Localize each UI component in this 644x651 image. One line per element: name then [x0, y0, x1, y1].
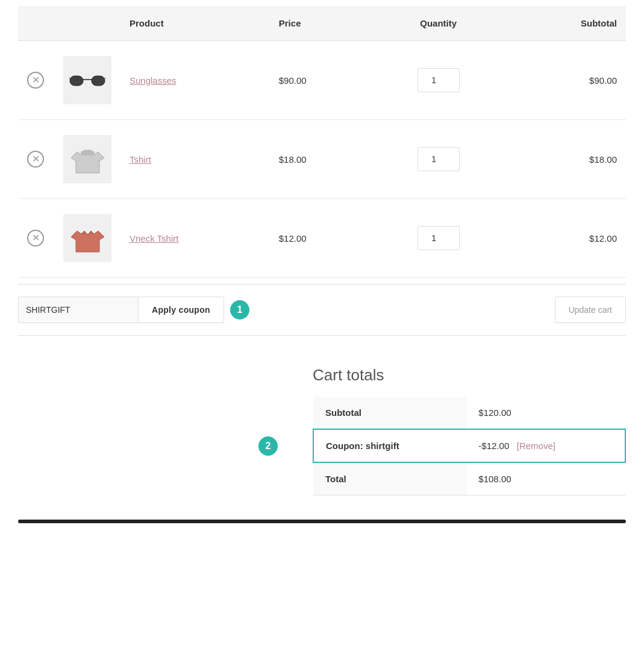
cart-totals-title: Cart totals [313, 366, 626, 385]
subtotal-vneck: $12.00 [505, 199, 626, 278]
product-thumb-tshirt [63, 135, 111, 183]
quantity-input-vneck[interactable] [417, 226, 460, 250]
cart-totals-section: Cart totals Subtotal $120.00 2 Coupon: s… [18, 366, 626, 495]
header-subtotal: Subtotal [505, 6, 626, 41]
total-label: Total [313, 462, 466, 495]
total-row: Total $108.00 [313, 462, 625, 495]
remove-coupon-link[interactable]: [Remove] [517, 441, 555, 451]
svg-rect-1 [92, 76, 105, 86]
subtotal-sunglasses: $90.00 [505, 41, 626, 120]
subtotal-value: $120.00 [466, 397, 625, 429]
coupon-discount-row: 2 Coupon: shirtgift -$12.00 [Remove] [313, 429, 625, 462]
remove-button-vneck[interactable]: ✕ [27, 230, 44, 247]
quantity-input-tshirt[interactable] [417, 147, 460, 171]
coupon-discount-cell: -$12.00 [Remove] [466, 429, 625, 462]
header-thumb [54, 6, 120, 41]
remove-button-sunglasses[interactable]: ✕ [27, 72, 44, 89]
svg-marker-8 [81, 150, 94, 155]
coupon-row: Apply coupon 1 Update cart [18, 284, 626, 336]
coupon-discount-amount: -$12.00 [478, 441, 509, 451]
remove-button-tshirt[interactable]: ✕ [27, 151, 44, 168]
remove-icon: ✕ [27, 151, 44, 168]
cart-table: Product Price Quantity Subtotal ✕ [18, 6, 626, 278]
svg-rect-0 [70, 76, 83, 86]
sunglasses-svg [69, 71, 105, 89]
subtotal-tshirt: $18.00 [505, 120, 626, 199]
quantity-input-sunglasses[interactable] [417, 68, 460, 92]
bottom-bar [18, 520, 626, 523]
tshirt-svg [71, 143, 104, 176]
remove-icon: ✕ [27, 230, 44, 247]
cart-totals-box: Cart totals Subtotal $120.00 2 Coupon: s… [313, 366, 626, 495]
remove-icon: ✕ [27, 72, 44, 89]
apply-coupon-button[interactable]: Apply coupon [139, 297, 224, 323]
vneck-tshirt-svg [71, 222, 104, 255]
coupon-discount-label: Coupon: shirtgift [326, 441, 399, 451]
product-link-sunglasses[interactable]: Sunglasses [130, 75, 177, 86]
total-value: $108.00 [466, 462, 625, 495]
update-cart-button[interactable]: Update cart [555, 297, 626, 323]
price-vneck: $12.00 [270, 199, 372, 278]
header-remove [18, 6, 54, 41]
coupon-input[interactable] [18, 297, 139, 323]
subtotal-row: Subtotal $120.00 [313, 397, 625, 429]
product-link-vneck[interactable]: Vneck Tshirt [130, 233, 178, 244]
svg-line-3 [69, 77, 70, 78]
product-thumb-sunglasses [63, 56, 111, 104]
product-thumb-vneck [63, 214, 111, 262]
coupon-left: Apply coupon 1 [18, 297, 249, 323]
header-quantity: Quantity [372, 6, 505, 41]
svg-line-4 [105, 77, 105, 78]
header-product: Product [120, 6, 270, 41]
subtotal-label: Subtotal [313, 397, 466, 429]
step-badge-1: 1 [230, 300, 249, 319]
product-link-tshirt[interactable]: Tshirt [130, 154, 151, 165]
totals-table: Subtotal $120.00 2 Coupon: shirtgift -$1… [313, 397, 626, 495]
header-price: Price [270, 6, 372, 41]
step-badge-2: 2 [258, 436, 278, 456]
table-row: ✕ [18, 41, 626, 120]
price-sunglasses: $90.00 [270, 41, 372, 120]
table-row: ✕ Vneck Tshirt $12.00 [18, 199, 626, 278]
price-tshirt: $18.00 [270, 120, 372, 199]
table-row: ✕ Tshirt $18.00 [18, 120, 626, 199]
